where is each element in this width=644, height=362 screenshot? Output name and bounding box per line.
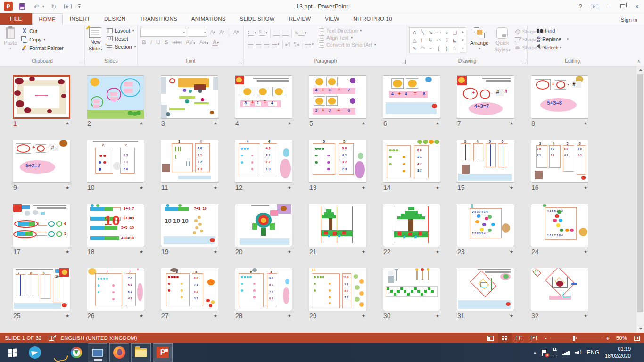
slide-thumbnail-28[interactable]: 999 08 17 26 3: [235, 268, 292, 311]
shrink-font-button[interactable]: A▾: [218, 29, 226, 36]
action-center-icon[interactable]: ×: [542, 350, 547, 356]
textbox-icon[interactable]: A: [411, 28, 419, 36]
elbow-icon[interactable]: Γ: [419, 36, 427, 44]
format-painter-button[interactable]: Format Painter: [20, 44, 65, 51]
zoom-in-button[interactable]: +: [606, 335, 610, 342]
grow-font-button[interactable]: A▴: [209, 29, 217, 36]
minimize-button[interactable]: –: [602, 0, 616, 13]
slide-thumbnail-21[interactable]: [309, 204, 366, 247]
arc-icon[interactable]: ◠: [419, 44, 427, 52]
slide-thumbnail-30[interactable]: [383, 268, 440, 311]
paste-button[interactable]: Paste▾: [1, 25, 20, 53]
close-button[interactable]: ×: [630, 0, 644, 13]
slide-thumbnail-15[interactable]: 3456: [457, 140, 514, 183]
line-spacing-button[interactable]: ⇅▾: [293, 30, 308, 37]
replace-button[interactable]: abacReplace▾: [535, 35, 570, 43]
align-right-button[interactable]: [263, 41, 271, 48]
proofing-button[interactable]: [49, 336, 54, 341]
zoom-slider[interactable]: [550, 338, 602, 338]
animation-star-icon[interactable]: ★: [140, 313, 143, 318]
customize-qat-button[interactable]: ▾: [78, 4, 81, 8]
sign-in-link[interactable]: Sign in: [621, 17, 644, 25]
slide-thumbnail-7[interactable]: +-#//4+3=7: [457, 75, 514, 119]
start-from-beginning-button[interactable]: [63, 2, 73, 11]
align-left-button[interactable]: [247, 41, 255, 48]
slide-thumbnail-4[interactable]: +=314: [235, 75, 292, 119]
animation-star-icon[interactable]: ★: [288, 313, 291, 318]
slide-thumbnail-29[interactable]: 1010 09 18 27 3: [309, 268, 366, 311]
network-signal-icon[interactable]: [562, 350, 570, 355]
rectangle-icon[interactable]: ▭: [435, 28, 443, 36]
tab-nitro-pro-10[interactable]: NITRO PRO 10: [347, 13, 399, 25]
increase-indent-button[interactable]: [281, 30, 290, 37]
section-button[interactable]: Section▾: [105, 43, 137, 50]
taskbar-ie-button[interactable]: [46, 343, 66, 362]
slide-thumbnail-26[interactable]: *777 06 15 24 3: [87, 268, 144, 311]
animation-star-icon[interactable]: ★: [584, 313, 587, 318]
decrease-indent-button[interactable]: [272, 30, 281, 37]
restore-button[interactable]: [616, 0, 630, 13]
help-button[interactable]: ?: [573, 0, 587, 13]
corner-icon[interactable]: ◣: [451, 36, 459, 44]
clipboard-dialog-launcher[interactable]: [79, 60, 83, 64]
slide-thumbnail-23[interactable]: 2 5 3 7 4 1 67 2 8 3 5 4 1: [457, 204, 514, 247]
tab-design[interactable]: DESIGN: [97, 13, 132, 25]
slide-thumbnail-17[interactable]: 65: [13, 204, 70, 247]
slide-thumbnail-18[interactable]: 3+4=76+3=95+5=104+6=1010: [87, 204, 144, 247]
animation-star-icon[interactable]: ★: [584, 249, 587, 254]
undo-dropdown[interactable]: ▾: [42, 4, 44, 8]
powerpoint-app-icon[interactable]: P: [4, 2, 13, 11]
zoom-out-button[interactable]: -: [545, 335, 546, 342]
animation-star-icon[interactable]: ★: [66, 313, 69, 318]
tab-slide-show[interactable]: SLIDE SHOW: [233, 13, 282, 25]
animation-star-icon[interactable]: ★: [362, 185, 365, 190]
animation-star-icon[interactable]: ★: [584, 121, 587, 126]
slide-thumbnail-32[interactable]: [531, 268, 588, 311]
left-brace-icon[interactable]: {: [435, 44, 443, 52]
language-indicator[interactable]: ENGLISH (UNITED KINGDOM): [61, 335, 137, 341]
change-case-button[interactable]: Aa▾: [198, 39, 210, 46]
layout-button[interactable]: Layout▾: [105, 27, 137, 34]
animation-star-icon[interactable]: ★: [510, 121, 513, 126]
slide-thumbnail-16[interactable]: 34563 04 05 06 02 13 14 15 1: [531, 140, 588, 183]
animation-star-icon[interactable]: ★: [214, 121, 217, 126]
collapse-ribbon-button[interactable]: ∧: [637, 59, 640, 64]
animation-star-icon[interactable]: ★: [362, 249, 365, 254]
animation-star-icon[interactable]: ★: [584, 185, 587, 190]
tab-file[interactable]: FILE: [0, 13, 32, 25]
redo-button[interactable]: ↻: [49, 2, 58, 11]
convert-to-smartart-button[interactable]: Convert to SmartArt▾: [319, 42, 376, 48]
animation-star-icon[interactable]: ★: [214, 249, 217, 254]
scroll-up-button[interactable]: [636, 66, 644, 74]
rounded-rectangle-icon[interactable]: ▢: [451, 28, 459, 36]
tab-view[interactable]: VIEW: [318, 13, 346, 25]
left-to-right-button[interactable]: ▸¶: [284, 41, 292, 49]
scroll-down-button[interactable]: [636, 325, 644, 333]
drawing-dialog-launcher[interactable]: [522, 60, 526, 64]
taskbar-idm-button[interactable]: [66, 343, 86, 362]
vertical-scrollbar[interactable]: [636, 66, 644, 333]
taskbar-powerpoint-button[interactable]: P: [153, 343, 173, 362]
tab-home[interactable]: HOME: [32, 13, 63, 25]
taskbar-firefox-button[interactable]: [109, 343, 129, 362]
ribbon-display-options-button[interactable]: [587, 0, 602, 13]
right-brace-icon[interactable]: }: [443, 44, 451, 52]
font-color-button[interactable]: A▾: [211, 39, 220, 46]
strikethrough-button[interactable]: abc: [171, 39, 183, 46]
slide-thumbnail-5[interactable]: 4+3=73+3=6: [309, 75, 366, 119]
text-shadow-button[interactable]: S: [163, 39, 170, 46]
zoom-slider-thumb[interactable]: [573, 336, 575, 341]
slide-thumbnail-12[interactable]: 444 03 12 21 3: [235, 140, 292, 183]
slide-thumbnail-22[interactable]: [383, 204, 440, 247]
slide-thumbnail-2[interactable]: [87, 75, 144, 119]
animation-star-icon[interactable]: ★: [436, 249, 439, 254]
slide-thumbnail-20[interactable]: [235, 204, 292, 247]
slide-thumbnail-9[interactable]: +-#5+2=7: [13, 140, 70, 183]
curve-icon[interactable]: ~: [427, 44, 435, 52]
animation-star-icon[interactable]: ★: [436, 121, 439, 126]
animation-star-icon[interactable]: ★: [288, 121, 291, 126]
animation-star-icon[interactable]: ★: [510, 249, 513, 254]
shape-gallery-down-button[interactable]: ▼: [460, 36, 466, 45]
arrange-button[interactable]: Arrange▾: [467, 25, 491, 53]
cut-button[interactable]: Cut: [20, 27, 65, 34]
